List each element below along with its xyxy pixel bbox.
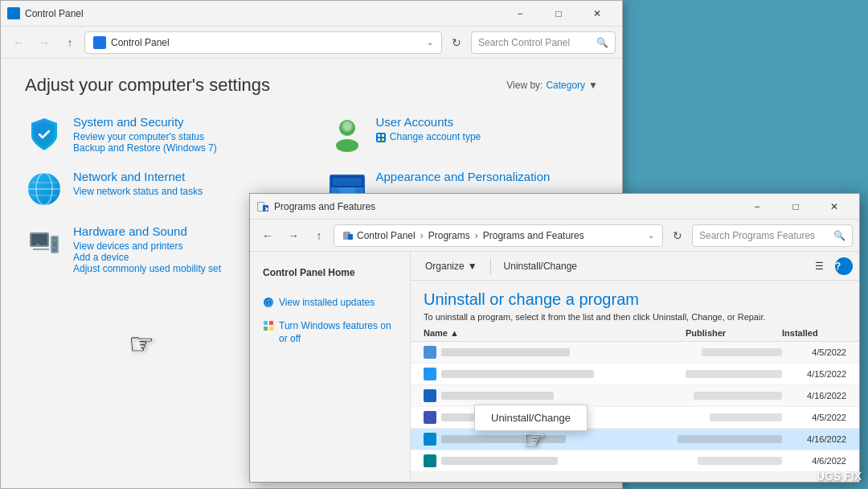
pf-address-bar: ← → ↑ Control Panel › Programs › Program… (250, 220, 859, 252)
table-row[interactable]: 4/16/2022 (411, 429, 859, 450)
pf-addr-icon (342, 230, 354, 241)
publisher-blur (686, 370, 782, 378)
install-date: 4/16/2022 (782, 434, 846, 444)
sidebar-windows-features[interactable]: Turn Windows features on or off (250, 314, 410, 351)
back-button[interactable]: ← (7, 31, 30, 54)
search-placeholder: Search Control Panel (478, 37, 570, 48)
pf-forward-button[interactable]: → (282, 224, 305, 247)
pf-address-path[interactable]: Control Panel › Programs › Programs and … (334, 224, 663, 247)
pf-body: Control Panel Home ⓘ View installed upda… (250, 252, 859, 482)
pf-search-icon: 🔍 (833, 230, 845, 241)
windows-features-icon (263, 320, 274, 331)
user-accounts-title[interactable]: User Accounts (376, 115, 481, 129)
table-row[interactable]: 4/6/2022 (411, 450, 859, 472)
breadcrumb-sep-1: › (420, 230, 424, 241)
search-box[interactable]: Search Control Panel 🔍 (471, 31, 616, 54)
view-options-button[interactable]: ☰ (807, 256, 832, 277)
svg-rect-21 (333, 178, 362, 186)
pf-search-placeholder: Search Programs Features (699, 230, 815, 241)
view-by: View by: Category ▼ (506, 80, 598, 91)
app-name-blur (441, 370, 594, 378)
category-system-security[interactable]: System and Security Review your computer… (25, 115, 296, 154)
context-uninstall-change[interactable]: Uninstall/Change (475, 407, 587, 429)
breadcrumb-control-panel[interactable]: Control Panel (357, 230, 416, 241)
mobility-link[interactable]: Adjust commonly used mobility set (73, 263, 221, 274)
forward-button[interactable]: → (33, 31, 55, 54)
svg-rect-11 (378, 138, 380, 141)
app-name-blur (441, 457, 558, 465)
svg-rect-42 (258, 203, 264, 211)
row-name (424, 346, 702, 359)
col-name: Name ▲ (424, 328, 686, 338)
breadcrumb-programs[interactable]: Programs (428, 230, 470, 241)
svg-rect-52 (269, 327, 273, 331)
appearance-info: Appearance and Personalization (376, 170, 551, 186)
row-name (424, 368, 686, 380)
help-button[interactable]: ? (835, 257, 853, 275)
refresh-button[interactable]: ↻ (445, 31, 468, 54)
hardware-title[interactable]: Hardware and Sound (73, 224, 221, 238)
row-name (424, 433, 678, 446)
minimize-button[interactable]: − (502, 1, 538, 27)
user-accounts-icon (328, 115, 366, 154)
table-row[interactable]: 4/5/2022 (411, 342, 859, 364)
review-status-link[interactable]: Review your computer's status (73, 131, 217, 142)
network-title[interactable]: Network and Internet (73, 170, 203, 183)
address-input[interactable]: Control Panel ⌄ (84, 31, 442, 54)
app-name-blur (441, 392, 554, 400)
devices-printers-link[interactable]: View devices and printers (73, 240, 221, 252)
publisher-blur (710, 413, 782, 421)
updates-icon: ⓘ (263, 297, 274, 308)
backup-restore-link[interactable]: Backup and Restore (Windows 7) (73, 142, 217, 154)
pf-table: Name ▲ Publisher Installed 4/5/2022 (411, 325, 859, 482)
hardware-info: Hardware and Sound View devices and prin… (73, 224, 221, 274)
system-security-title[interactable]: System and Security (73, 115, 217, 129)
app-icon (424, 389, 436, 402)
add-device-link[interactable]: Add a device (73, 252, 221, 263)
table-row[interactable]: 4/15/2022 (411, 364, 859, 385)
pf-refresh-button[interactable]: ↻ (666, 224, 689, 247)
app-icon (424, 433, 436, 446)
svg-rect-10 (382, 134, 384, 137)
install-date: 4/5/2022 (782, 413, 846, 422)
close-button[interactable]: ✕ (579, 1, 616, 27)
cp-main-title: Adjust your computer's settings (25, 75, 270, 96)
breadcrumb-programs-features[interactable]: Programs and Features (483, 230, 584, 241)
uninstall-change-button[interactable]: Uninstall/Change (496, 256, 585, 277)
up-button[interactable]: ↑ (59, 31, 81, 54)
svg-rect-8 (376, 133, 386, 142)
publisher-blur (698, 457, 782, 465)
category-user-accounts[interactable]: User Accounts Change account type (328, 115, 599, 154)
pf-title-icon (256, 200, 269, 213)
sidebar-home[interactable]: Control Panel Home (250, 261, 410, 285)
svg-rect-9 (378, 134, 380, 137)
network-status-link[interactable]: View network status and tasks (73, 186, 203, 197)
change-account-link[interactable]: Change account type (376, 131, 481, 142)
col-installed: Installed (782, 328, 846, 338)
table-row[interactable]: 4/16/2022 (411, 385, 859, 407)
pf-addr-chevron: ⌄ (648, 231, 654, 240)
pf-maximize-button[interactable]: □ (777, 194, 814, 220)
cp-title-text: Control Panel (25, 8, 502, 19)
maximize-button[interactable]: □ (540, 1, 577, 27)
appearance-title[interactable]: Appearance and Personalization (376, 170, 551, 183)
pf-up-button[interactable]: ↑ (308, 224, 330, 247)
pf-search-box[interactable]: Search Programs Features 🔍 (692, 224, 853, 247)
pf-close-button[interactable]: ✕ (816, 194, 853, 220)
user-accounts-info: User Accounts Change account type (376, 115, 481, 142)
sidebar-installed-updates[interactable]: ⓘ View installed updates (250, 291, 410, 314)
svg-text:ⓘ: ⓘ (265, 299, 272, 307)
pf-minimize-button[interactable]: − (739, 194, 776, 220)
organize-button[interactable]: Organize ▼ (417, 256, 485, 277)
pf-toolbar: Organize ▼ Uninstall/Change ☰ ? (411, 252, 859, 281)
pf-main: Organize ▼ Uninstall/Change ☰ ? Uninstal… (411, 252, 859, 482)
address-icon (93, 36, 106, 49)
view-by-link[interactable]: Category (546, 80, 585, 91)
pf-back-button[interactable]: ← (256, 224, 279, 247)
cp-header: Adjust your computer's settings View by:… (25, 75, 598, 96)
breadcrumb-sep-2: › (475, 230, 478, 241)
app-icon (424, 368, 436, 380)
address-chevron: ⌄ (427, 38, 433, 47)
toolbar-right: ☰ ? (807, 256, 853, 277)
svg-point-6 (336, 139, 358, 152)
